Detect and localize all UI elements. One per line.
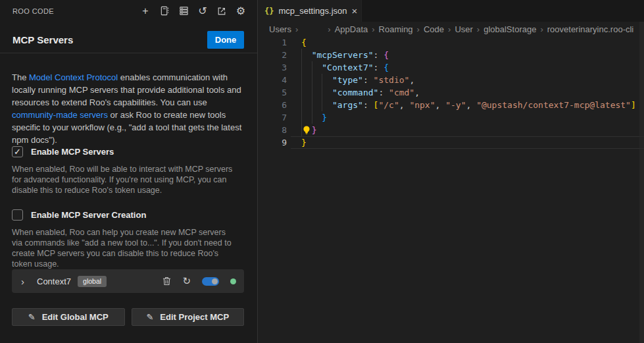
edit-global-mcp-label: Edit Global MCP [42,312,109,322]
code-line[interactable]: 1 { [258,36,644,49]
header-divider [0,53,257,53]
token: "-y" [445,100,466,110]
mcp-edit-buttons: ✎ Edit Global MCP ✎ Edit Project MCP [12,308,244,326]
indent-guide [301,86,302,99]
token: : [374,50,384,60]
server-enabled-toggle[interactable] [202,277,219,286]
indent-guide [301,74,302,86]
editor-pane: {} mcp_settings.json × Users › › AppData… [258,0,644,343]
context7-server-row[interactable]: › Context7 global ↻ [12,269,244,293]
breadcrumb: Users › › AppData › Roaming › Code › Use… [258,22,644,36]
enable-mcp-creation-row: Enable MCP Server Creation [12,209,146,221]
token: } [312,125,317,135]
sidebar-toolbar: + ↺ [140,6,246,16]
indent-guide [322,74,322,86]
code-line[interactable]: 6 "args": ["/c", "npx", "-y", "@upstash/… [258,99,644,111]
token: } [301,138,307,147]
token: , [414,88,420,97]
indent-guide [312,99,312,111]
code-line[interactable]: 2 "mcpServers": { [258,49,644,61]
breadcrumb-segment[interactable]: Code [424,24,444,34]
open-in-editor-icon[interactable] [216,6,227,16]
tab-mcp-settings-json[interactable]: {} mcp_settings.json × [258,0,362,22]
code-line-current[interactable]: 9 } [258,136,644,149]
line-number: 6 [258,100,287,110]
vscode-window: ROO CODE + [0,0,644,343]
breadcrumb-segment[interactable]: User [455,24,472,34]
code-line[interactable]: 7 } [258,111,644,124]
token: : [363,75,374,85]
indent-guide [312,111,312,124]
code-area: 1 { 2 "mcpServers": { 3 "Context7": { 4 … [258,36,644,149]
token: [ [374,100,379,110]
delete-server-trash-icon[interactable] [162,277,171,286]
lightbulb-icon[interactable] [302,125,311,135]
server-status-indicator [230,278,236,284]
code-line[interactable]: 8 } [258,124,644,136]
server-name: Context7 [37,277,71,286]
sidebar-topbar: ROO CODE + [0,0,257,22]
token: , [435,100,446,110]
gear-icon[interactable]: ⚙ [235,6,246,16]
breadcrumb-segment[interactable]: Roaming [379,24,413,34]
check-icon: ✓ [14,147,21,157]
restart-server-refresh-icon[interactable]: ↻ [182,275,191,287]
breadcrumb-separator: › [477,24,480,34]
roo-code-sidebar: ROO CODE + [0,0,258,343]
enable-mcp-servers-label: Enable MCP Servers [31,147,114,157]
edit-project-mcp-label: Edit Project MCP [160,312,229,322]
token: ] [631,100,636,110]
line-number: 9 [258,138,287,147]
token: "command" [332,88,378,97]
token: "cmd" [389,88,414,97]
code-line[interactable]: 5 "command": "cmd", [258,86,644,99]
token: "Context7" [322,63,373,72]
enable-mcp-creation-checkbox[interactable] [12,209,23,221]
pencil-icon: ✎ [146,312,153,322]
indent-guide [312,74,312,86]
tab-close-icon[interactable]: × [352,5,358,16]
edit-project-mcp-button[interactable]: ✎ Edit Project MCP [132,308,245,326]
mcp-servers-icon[interactable] [178,6,189,16]
community-made-servers-link[interactable]: community-made servers [12,110,108,120]
code-line[interactable]: 3 "Context7": { [258,61,644,74]
token: : [374,63,384,72]
token: { [384,50,389,60]
editor-scrollbar[interactable] [639,22,644,343]
breadcrumb-separator: › [540,24,543,34]
token: "args" [332,100,363,110]
history-icon[interactable]: ↺ [197,6,208,16]
indent-guide [322,86,322,99]
edit-global-mcp-button[interactable]: ✎ Edit Global MCP [12,308,125,326]
token: "type" [332,75,363,85]
line-number: 2 [258,50,287,60]
new-task-plus-icon[interactable]: + [140,6,151,16]
enable-mcp-servers-row: ✓ Enable MCP Servers [12,146,114,157]
mcp-header: MCP Servers Done [0,26,257,53]
editor-tabbar: {} mcp_settings.json × [258,0,644,22]
line-number: 3 [258,63,287,72]
line-number: 1 [258,38,287,47]
enable-mcp-servers-checkbox[interactable]: ✓ [12,146,23,157]
notebook-prompts-icon[interactable] [159,6,170,16]
breadcrumb-segment[interactable]: AppData [335,24,368,34]
line-number: 8 [258,125,287,135]
chevron-right-icon[interactable]: › [21,277,29,286]
breadcrumb-segment[interactable]: rooveterinaryinc.roo-cli [547,24,634,34]
toggle-knob [212,278,218,284]
token: } [322,113,327,122]
roo-code-brand: ROO CODE [12,7,54,15]
indent-guide [301,49,302,61]
line-number: 7 [258,113,287,122]
token: "stdio" [374,75,410,85]
breadcrumb-separator: › [295,24,298,34]
model-context-protocol-link[interactable]: Model Context Protocol [29,72,118,82]
breadcrumb-segment[interactable]: Users [269,24,291,34]
token: { [384,63,389,72]
done-button[interactable]: Done [207,31,244,49]
token: "@upstash/context7-mcp@latest" [476,100,631,110]
code-line[interactable]: 4 "type": "stdio", [258,74,644,86]
page-title: MCP Servers [12,34,73,45]
breadcrumb-segment[interactable]: globalStorage [483,24,536,34]
pencil-icon: ✎ [28,312,36,322]
